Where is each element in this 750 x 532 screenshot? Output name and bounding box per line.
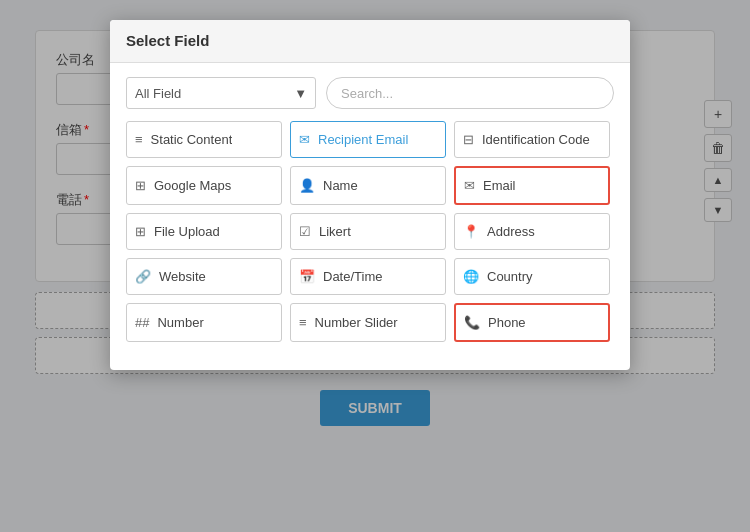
field-btn-name[interactable]: 👤Name — [290, 166, 446, 205]
dropdown-label: All Field — [135, 86, 181, 101]
select-field-modal: Select Field All Field ▼ Search... ≡Stat… — [110, 20, 630, 370]
recipient-email-label: Recipient Email — [318, 132, 408, 147]
field-btn-country[interactable]: 🌐Country — [454, 258, 610, 295]
field-btn-website[interactable]: 🔗Website — [126, 258, 282, 295]
field-btn-google-maps[interactable]: ⊞Google Maps — [126, 166, 282, 205]
search-box[interactable]: Search... — [326, 77, 614, 109]
field-btn-file-upload[interactable]: ⊞File Upload — [126, 213, 282, 250]
modal-body: All Field ▼ Search... ≡Static Content✉Re… — [110, 63, 630, 356]
all-field-dropdown[interactable]: All Field ▼ — [126, 77, 316, 109]
email-icon: ✉ — [464, 178, 475, 193]
likert-icon: ☑ — [299, 224, 311, 239]
field-btn-address[interactable]: 📍Address — [454, 213, 610, 250]
search-placeholder: Search... — [341, 86, 393, 101]
number-icon: ## — [135, 315, 149, 330]
modal-header: Select Field — [110, 20, 630, 63]
field-btn-number-slider[interactable]: ≡Number Slider — [290, 303, 446, 342]
name-icon: 👤 — [299, 178, 315, 193]
country-icon: 🌐 — [463, 269, 479, 284]
datetime-label: Date/Time — [323, 269, 382, 284]
field-btn-static-content[interactable]: ≡Static Content — [126, 121, 282, 158]
number-label: Number — [157, 315, 203, 330]
website-icon: 🔗 — [135, 269, 151, 284]
address-icon: 📍 — [463, 224, 479, 239]
file-upload-icon: ⊞ — [135, 224, 146, 239]
dropdown-arrow-icon: ▼ — [294, 86, 307, 101]
static-content-icon: ≡ — [135, 132, 143, 147]
datetime-icon: 📅 — [299, 269, 315, 284]
email-label: Email — [483, 178, 516, 193]
name-label: Name — [323, 178, 358, 193]
field-btn-recipient-email[interactable]: ✉Recipient Email — [290, 121, 446, 158]
country-label: Country — [487, 269, 533, 284]
website-label: Website — [159, 269, 206, 284]
modal-arrow-shape — [360, 358, 380, 368]
number-slider-label: Number Slider — [315, 315, 398, 330]
field-btn-identification-code[interactable]: ⊟Identification Code — [454, 121, 610, 158]
static-content-label: Static Content — [151, 132, 233, 147]
field-btn-phone[interactable]: 📞Phone — [454, 303, 610, 342]
identification-code-label: Identification Code — [482, 132, 590, 147]
field-grid: ≡Static Content✉Recipient Email⊟Identifi… — [126, 121, 614, 342]
number-slider-icon: ≡ — [299, 315, 307, 330]
modal-title: Select Field — [126, 32, 209, 49]
modal-controls: All Field ▼ Search... — [126, 77, 614, 109]
google-maps-icon: ⊞ — [135, 178, 146, 193]
field-btn-likert[interactable]: ☑Likert — [290, 213, 446, 250]
google-maps-label: Google Maps — [154, 178, 231, 193]
phone-label: Phone — [488, 315, 526, 330]
address-label: Address — [487, 224, 535, 239]
identification-code-icon: ⊟ — [463, 132, 474, 147]
file-upload-label: File Upload — [154, 224, 220, 239]
likert-label: Likert — [319, 224, 351, 239]
field-btn-datetime[interactable]: 📅Date/Time — [290, 258, 446, 295]
recipient-email-icon: ✉ — [299, 132, 310, 147]
field-btn-number[interactable]: ##Number — [126, 303, 282, 342]
phone-icon: 📞 — [464, 315, 480, 330]
field-btn-email[interactable]: ✉Email — [454, 166, 610, 205]
modal-footer-arrow — [110, 356, 630, 370]
